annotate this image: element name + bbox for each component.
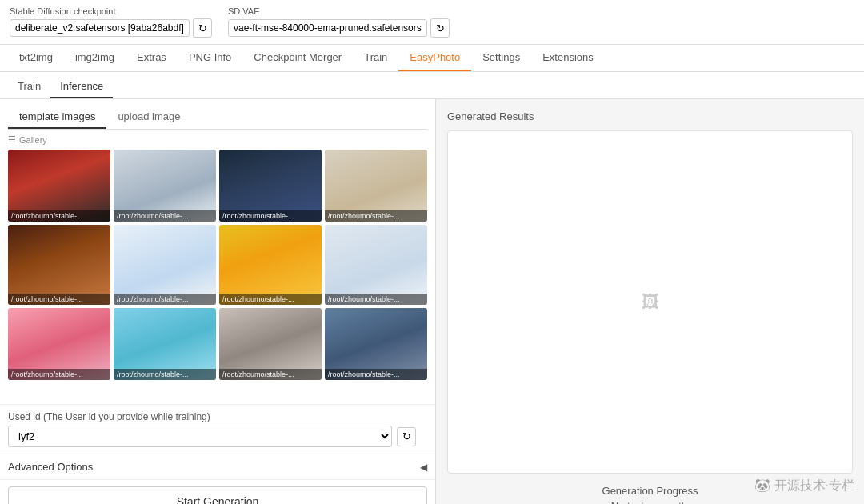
gallery-item-label: /root/zhoumo/stable-... <box>114 294 216 305</box>
generated-image-area: 🖼 <box>447 130 853 474</box>
tab-settings[interactable]: Settings <box>471 45 531 71</box>
tab-checkpoint-merger[interactable]: Checkpoint Merger <box>242 45 353 71</box>
gallery-item-label: /root/zhoumo/stable-... <box>8 210 110 222</box>
checkpoint-refresh-button[interactable]: ↻ <box>193 18 212 38</box>
gallery-item-label: /root/zhoumo/stable-... <box>325 210 427 222</box>
checkpoint-dropdown[interactable]: deliberate_v2.safetensors [9aba26abdf] <box>10 19 190 37</box>
left-panel: template images upload image ☰ Gallery /… <box>0 99 436 504</box>
start-btn-row: Start Generation <box>0 479 435 504</box>
vae-label: SD VAE <box>228 6 450 16</box>
gallery-item[interactable]: /root/zhoumo/stable-... <box>325 225 427 305</box>
gallery-area: ☰ Gallery /root/zhoumo/stable-... /root/… <box>0 130 435 404</box>
user-id-refresh-button[interactable]: ↻ <box>397 427 416 446</box>
sub-tabs: Train Inference <box>0 72 864 99</box>
advanced-options-icon: ◀ <box>420 462 427 473</box>
vae-refresh-button[interactable]: ↻ <box>430 18 450 38</box>
user-id-label: Used id (The User id you provide while t… <box>8 411 427 422</box>
section-tabs: template images upload image <box>8 106 427 130</box>
gallery-item-label: /root/zhoumo/stable-... <box>114 369 216 380</box>
checkpoint-section: Stable Diffusion checkpoint deliberate_v… <box>10 6 212 38</box>
right-panel: Generated Results 🖼 Generation Progress … <box>436 99 864 504</box>
tab-easyphoto[interactable]: EasyPhoto <box>398 45 471 71</box>
section-tab-upload[interactable]: upload image <box>106 106 191 129</box>
start-generation-button[interactable]: Start Generation <box>8 486 427 504</box>
tab-png-info[interactable]: PNG Info <box>178 45 242 71</box>
nav-tabs: txt2img img2img Extras PNG Info Checkpoi… <box>0 45 864 72</box>
gallery-item[interactable]: /root/zhoumo/stable-... <box>114 150 216 222</box>
gallery-label: Gallery <box>19 135 47 145</box>
gallery-item[interactable]: /root/zhoumo/stable-... <box>325 150 427 222</box>
gallery-item[interactable]: /root/zhoumo/stable-... <box>219 308 322 380</box>
gallery-item[interactable]: /root/zhoumo/stable-... <box>8 150 110 222</box>
gallery-item[interactable]: /root/zhoumo/stable-... <box>114 225 216 305</box>
subtab-train[interactable]: Train <box>8 75 50 98</box>
gallery-item[interactable]: /root/zhoumo/stable-... <box>114 308 216 380</box>
gallery-item-label: /root/zhoumo/stable-... <box>325 294 427 305</box>
generated-results-title: Generated Results <box>447 110 853 122</box>
vae-dropdown[interactable]: vae-ft-mse-840000-ema-pruned.safetensors <box>228 19 427 37</box>
gallery-item-label: /root/zhoumo/stable-... <box>8 294 110 305</box>
gallery-item[interactable]: /root/zhoumo/stable-... <box>219 225 322 305</box>
tab-extensions[interactable]: Extensions <box>531 45 605 71</box>
section-tab-template[interactable]: template images <box>8 106 106 129</box>
no-task-text: No task currently <box>447 500 853 504</box>
gallery-item-label: /root/zhoumo/stable-... <box>219 210 322 222</box>
tab-train[interactable]: Train <box>353 45 398 71</box>
gallery-item[interactable]: /root/zhoumo/stable-... <box>8 308 110 380</box>
gallery-grid: /root/zhoumo/stable-... /root/zhoumo/sta… <box>8 150 427 380</box>
user-id-section: Used id (The User id you provide while t… <box>0 404 435 454</box>
vae-section: SD VAE vae-ft-mse-840000-ema-pruned.safe… <box>228 6 450 38</box>
gallery-item-label: /root/zhoumo/stable-... <box>114 210 216 222</box>
gallery-item-label: /root/zhoumo/stable-... <box>8 369 110 380</box>
subtab-inference[interactable]: Inference <box>50 75 113 98</box>
image-placeholder-icon: 🖼 <box>642 292 659 313</box>
advanced-options-label: Advanced Options <box>8 461 93 473</box>
gallery-header: ☰ Gallery <box>8 134 427 145</box>
top-bar: Stable Diffusion checkpoint deliberate_v… <box>0 0 864 45</box>
gallery-item-label: /root/zhoumo/stable-... <box>325 369 427 380</box>
gallery-item-label: /root/zhoumo/stable-... <box>219 369 322 380</box>
advanced-options-toggle[interactable]: Advanced Options ◀ <box>0 454 435 479</box>
gallery-item[interactable]: /root/zhoumo/stable-... <box>219 150 322 222</box>
gallery-item[interactable]: /root/zhoumo/stable-... <box>8 225 110 305</box>
gallery-icon: ☰ <box>8 134 16 145</box>
main-content: template images upload image ☰ Gallery /… <box>0 99 864 504</box>
gallery-item[interactable]: /root/zhoumo/stable-... <box>325 308 427 380</box>
gallery-item-label: /root/zhoumo/stable-... <box>219 294 322 305</box>
checkpoint-label: Stable Diffusion checkpoint <box>10 6 212 16</box>
user-id-select[interactable]: lyf2 <box>8 426 392 447</box>
tab-txt2img[interactable]: txt2img <box>8 45 64 71</box>
tab-extras[interactable]: Extras <box>126 45 178 71</box>
generation-progress-title: Generation Progress <box>447 485 853 497</box>
tab-img2img[interactable]: img2img <box>64 45 126 71</box>
